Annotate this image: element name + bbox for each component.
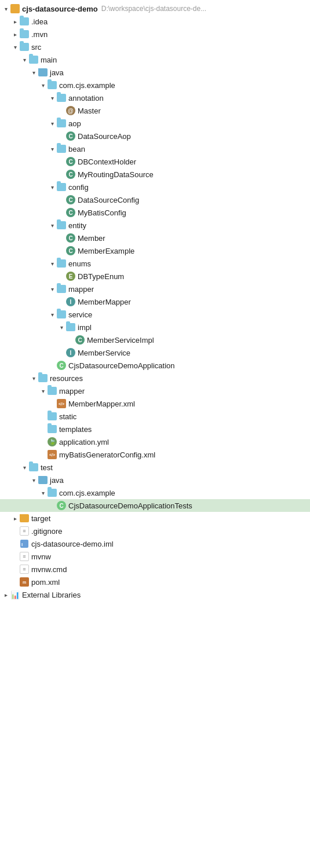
iml-icon: I <box>20 539 29 548</box>
root-label: cjs-datasource-demo <box>22 5 98 13</box>
cjsapp-icon: C <box>57 361 66 370</box>
project-tree: cjs-datasource-demo D:\workspace\cjs-dat… <box>0 0 310 603</box>
memberservice-icon: I <box>66 348 75 357</box>
impl-label: impl <box>78 323 92 332</box>
java-test-arrow <box>29 475 38 485</box>
tree-item-enums[interactable]: enums <box>0 257 310 270</box>
tree-root[interactable]: cjs-datasource-demo D:\workspace\cjs-dat… <box>0 2 310 15</box>
mapper-folder-icon <box>57 285 66 293</box>
memberserviceimpl-label: MemberServiceImpl <box>87 336 154 345</box>
tree-item-myroutingdatasource[interactable]: C MyRoutingDataSource <box>0 168 310 181</box>
tree-item-target[interactable]: target <box>0 512 310 525</box>
tree-item-resources[interactable]: resources <box>0 372 310 384</box>
cjsapptests-icon: C <box>57 501 66 510</box>
java-test-folder-icon <box>38 476 48 484</box>
tree-item-bean[interactable]: bean <box>0 142 310 155</box>
annotation-arrow <box>48 93 57 102</box>
tree-item-iml[interactable]: I cjs-datasource-demo.iml <box>0 537 310 550</box>
tree-item-entity[interactable]: entity <box>0 219 310 232</box>
tree-item-datasourceconfig[interactable]: C DataSourceConfig <box>0 193 310 206</box>
tree-item-pom-xml[interactable]: m pom.xml <box>0 576 310 588</box>
main-arrow <box>20 55 29 64</box>
membermapper-label: MemberMapper <box>78 298 131 306</box>
tree-item-com-cjs-example-test[interactable]: com.cjs.example <box>0 486 310 499</box>
tree-item-application-yml[interactable]: 🍃 application.yml <box>0 435 310 448</box>
mapper-res-label: mapper <box>59 387 85 395</box>
com-test-label: com.cjs.example <box>59 489 115 497</box>
tree-item-master[interactable]: @ Master <box>0 104 310 117</box>
svg-text:I: I <box>21 542 23 547</box>
tree-item-static[interactable]: static <box>0 410 310 423</box>
tree-item-config[interactable]: config <box>0 181 310 193</box>
dbtypeenum-label: DBTypeEnum <box>78 272 124 281</box>
mvnw-cmd-label: mvnw.cmd <box>31 565 67 574</box>
config-label: config <box>68 183 89 192</box>
tree-item-memberservice[interactable]: I MemberService <box>0 346 310 359</box>
com-label: com.cjs.example <box>59 81 115 90</box>
tree-item-test[interactable]: test <box>0 461 310 474</box>
tree-item-membermapper-xml[interactable]: </> MemberMapper.xml <box>0 397 310 410</box>
annotation-label: annotation <box>68 94 104 102</box>
tree-item-annotation[interactable]: annotation <box>0 91 310 104</box>
tree-item-mybatisconfig[interactable]: C MyBatisConfig <box>0 206 310 219</box>
membermapper-xml-icon: </> <box>57 399 66 408</box>
master-label: Master <box>78 107 101 115</box>
tree-item-membermapper[interactable]: I MemberMapper <box>0 295 310 308</box>
com-folder-icon <box>48 81 57 89</box>
idea-arrow <box>10 17 20 26</box>
tree-item-idea[interactable]: .idea <box>0 15 310 28</box>
ext-lib-icon: 📊 <box>10 591 20 599</box>
enums-label: enums <box>68 259 91 268</box>
tree-item-com-cjs-example[interactable]: com.cjs.example <box>0 79 310 91</box>
aop-folder-icon <box>57 119 66 127</box>
tree-item-member[interactable]: C Member <box>0 232 310 244</box>
tree-item-dbtypeenum[interactable]: E DBTypeEnum <box>0 270 310 283</box>
tree-item-java[interactable]: java <box>0 66 310 79</box>
master-icon: @ <box>66 106 75 115</box>
tree-item-memberserviceimpl[interactable]: C MemberServiceImpl <box>0 334 310 346</box>
application-yml-label: application.yml <box>59 438 109 446</box>
static-folder-icon <box>48 412 57 420</box>
tree-item-impl[interactable]: impl <box>0 321 310 334</box>
java-folder-icon <box>38 68 48 76</box>
tree-item-cjsapp[interactable]: C CjsDatasourceDemoApplication <box>0 359 310 372</box>
src-folder-icon <box>20 43 29 51</box>
tree-item-mybatisgen-xml[interactable]: </> myBatisGeneratorConfig.xml <box>0 448 310 461</box>
tree-item-mvn[interactable]: .mvn <box>0 28 310 41</box>
root-path: D:\workspace\cjs-datasource-de... <box>101 5 206 13</box>
pom-xml-label: pom.xml <box>31 578 60 587</box>
dbcontextholder-label: DBContextHolder <box>78 158 136 166</box>
gitignore-icon: ≡ <box>20 526 29 536</box>
mvnw-icon: ≡ <box>20 552 29 561</box>
tree-item-cjsapptests[interactable]: C CjsDatasourceDemoApplicationTests <box>0 499 310 512</box>
tree-item-datasourceaop[interactable]: C DataSourceAop <box>0 130 310 142</box>
tree-item-aop[interactable]: aop <box>0 117 310 130</box>
memberserviceimpl-icon: C <box>75 335 85 345</box>
application-yml-icon: 🍃 <box>48 437 57 446</box>
tree-item-mvnw-cmd[interactable]: ≡ mvnw.cmd <box>0 563 310 576</box>
tree-item-main[interactable]: main <box>0 53 310 66</box>
member-label: Member <box>78 234 105 243</box>
tree-item-service[interactable]: service <box>0 308 310 321</box>
annotation-folder-icon <box>57 94 66 102</box>
tree-item-src[interactable]: src <box>0 41 310 53</box>
cjsapp-label: CjsDatasourceDemoApplication <box>68 361 175 370</box>
tree-item-mapper-res[interactable]: mapper <box>0 384 310 397</box>
datasourceconfig-label: DataSourceConfig <box>78 196 139 204</box>
tree-item-memberexample[interactable]: C MemberExample <box>0 244 310 257</box>
tree-item-templates[interactable]: templates <box>0 423 310 435</box>
datasourceconfig-icon: C <box>66 195 75 204</box>
datasourceaop-label: DataSourceAop <box>78 132 131 141</box>
java-test-label: java <box>50 476 64 485</box>
iml-label: cjs-datasource-demo.iml <box>31 540 114 548</box>
tree-item-java-test[interactable]: java <box>0 474 310 486</box>
tree-item-gitignore[interactable]: ≡ .gitignore <box>0 525 310 537</box>
mvnw-label: mvnw <box>31 552 51 561</box>
target-folder-icon <box>20 514 29 522</box>
tree-item-external-libraries[interactable]: 📊 External Libraries <box>0 588 310 601</box>
tree-item-mvnw[interactable]: ≡ mvnw <box>0 550 310 563</box>
tree-item-mapper[interactable]: mapper <box>0 283 310 295</box>
tree-item-dbcontextholder[interactable]: C DBContextHolder <box>0 155 310 168</box>
cjsapptests-label: CjsDatasourceDemoApplicationTests <box>68 501 192 510</box>
service-folder-icon <box>57 310 66 318</box>
